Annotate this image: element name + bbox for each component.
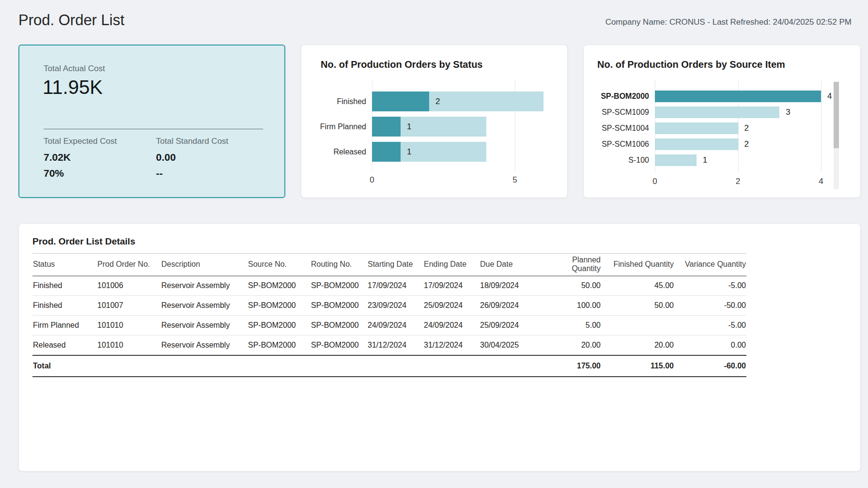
- bar-row-s-100[interactable]: S-1001: [595, 154, 860, 166]
- table-cell: SP-BOM2000: [310, 316, 367, 336]
- bar-row-firm-planned[interactable]: Firm Planned1: [311, 117, 567, 137]
- total-cell: [161, 355, 248, 377]
- table-cell: 50.00: [601, 296, 674, 316]
- company-info: Company Name: CRONUS - Last Refreshed: 2…: [605, 17, 852, 27]
- total-cell: -60.00: [674, 355, 746, 377]
- column-header[interactable]: Prod Order No.: [97, 254, 161, 276]
- details-table-card: Prod. Order List Details StatusProd Orde…: [18, 223, 861, 472]
- table-cell: 31/12/2024: [367, 336, 423, 355]
- total-cell: [310, 355, 367, 377]
- kpi-primary-value: 11.95K: [43, 75, 103, 100]
- table-cell: 30/04/2025: [480, 336, 541, 355]
- value-label: 2: [744, 139, 749, 149]
- column-header[interactable]: Source No.: [248, 254, 310, 276]
- details-table-title: Prod. Order List Details: [32, 236, 860, 247]
- column-header[interactable]: Variance Quantity: [674, 254, 746, 276]
- value-label: 1: [407, 147, 411, 157]
- column-header[interactable]: Description: [161, 254, 248, 276]
- bar-row-sp-scm1006[interactable]: SP-SCM10062: [595, 138, 860, 150]
- column-header[interactable]: Starting Date: [367, 254, 423, 276]
- kpi-standard-sub: --: [156, 168, 228, 179]
- source-chart-title: No. of Production Orders by Source Item: [597, 58, 860, 71]
- bar-row-sp-scm1004[interactable]: SP-SCM10042: [595, 122, 860, 134]
- column-header[interactable]: Status: [32, 254, 97, 276]
- table-cell: 20.00: [601, 336, 674, 355]
- bar-row-sp-bom2000[interactable]: SP-BOM20004: [595, 91, 860, 102]
- table-header: StatusProd Order No.DescriptionSource No…: [32, 254, 746, 276]
- bar-row-released[interactable]: Released1: [311, 142, 567, 162]
- bar-value[interactable]: [655, 122, 738, 134]
- table-cell: SP-BOM2000: [248, 336, 310, 355]
- bar-row-finished[interactable]: Finished2: [311, 92, 567, 111]
- table-cell: Released: [32, 336, 97, 355]
- kpi-card-total-actual-cost[interactable]: Total Actual Cost 11.95K Total Expected …: [18, 45, 285, 198]
- total-cell: [248, 355, 310, 377]
- table-cell: 17/09/2024: [367, 276, 423, 296]
- value-label: 4: [827, 92, 832, 101]
- bar-value[interactable]: [372, 117, 401, 137]
- chart-scrollbar-thumb[interactable]: [834, 82, 839, 148]
- kpi-secondary-expected: Total Expected Cost 7.02K 70%: [44, 137, 117, 179]
- total-cell: [367, 355, 423, 377]
- column-header[interactable]: Due Date: [480, 254, 541, 276]
- table-row[interactable]: Finished101006Reservoir AssemblySP-BOM20…: [32, 276, 746, 296]
- bar-value[interactable]: [655, 107, 779, 118]
- bar-track: 2: [655, 122, 821, 134]
- table-cell: 24/09/2024: [367, 316, 423, 336]
- table-cell: SP-BOM2000: [248, 316, 310, 336]
- table-row[interactable]: Firm Planned101010Reservoir AssemblySP-B…: [32, 316, 746, 336]
- value-label: 1: [703, 155, 707, 165]
- bar-value[interactable]: [372, 142, 401, 162]
- bar-value[interactable]: [655, 138, 738, 150]
- bar-value[interactable]: [655, 91, 821, 102]
- column-header[interactable]: Routing No.: [310, 254, 367, 276]
- axis-tick-label: 4: [819, 177, 823, 186]
- bar-value[interactable]: [655, 154, 697, 166]
- total-cell: [480, 355, 541, 377]
- table-footer: Total175.00115.00-60.00: [32, 355, 746, 377]
- table-cell: 17/09/2024: [423, 276, 480, 296]
- bar-track: 2: [372, 92, 543, 111]
- table-row[interactable]: Finished101007Reservoir AssemblySP-BOM20…: [32, 296, 746, 316]
- kpi-standard-value: 0.00: [156, 152, 228, 163]
- column-header[interactable]: Ending Date: [423, 254, 480, 276]
- value-label: 1: [407, 122, 411, 132]
- table-cell: 20.00: [541, 336, 601, 355]
- table-cell: 25/09/2024: [423, 296, 480, 316]
- bar-row-sp-scm1009[interactable]: SP-SCM10093: [595, 107, 860, 118]
- x-axis: 05: [372, 175, 567, 186]
- table-total-row: Total175.00115.00-60.00: [32, 355, 746, 377]
- value-label: 2: [744, 123, 749, 133]
- table-cell: Reservoir Assembly: [161, 336, 248, 355]
- bar-track: 1: [655, 154, 821, 166]
- column-header[interactable]: Finished Quantity: [601, 254, 674, 276]
- table-cell: 101007: [97, 296, 161, 316]
- total-cell: [423, 355, 480, 377]
- total-cell: Total: [32, 355, 97, 377]
- axis-tick-label: 0: [370, 175, 374, 185]
- table-header-row: StatusProd Order No.DescriptionSource No…: [32, 254, 746, 276]
- status-chart-title: No. of Production Orders by Status: [321, 58, 567, 71]
- table-row[interactable]: Released101010Reservoir AssemblySP-BOM20…: [32, 336, 746, 355]
- kpi-expected-label: Total Expected Cost: [44, 137, 117, 146]
- column-header[interactable]: Planned Quantity: [541, 254, 601, 276]
- value-label: 3: [786, 107, 790, 117]
- kpi-secondary-standard: Total Standard Cost 0.00 --: [156, 137, 228, 179]
- table-cell: SP-BOM2000: [248, 296, 310, 316]
- bar-value[interactable]: [372, 92, 429, 111]
- table-cell: 5.00: [541, 316, 601, 336]
- table-cell: Reservoir Assembly: [161, 316, 248, 336]
- table-cell: 101010: [97, 316, 161, 336]
- chart-scrollbar[interactable]: [834, 82, 839, 189]
- table-cell: SP-BOM2000: [310, 336, 367, 355]
- table-cell: -5.00: [674, 276, 746, 296]
- axis-tick-label: 5: [512, 175, 517, 185]
- table-cell: 45.00: [601, 276, 674, 296]
- kpi-divider: [44, 129, 263, 129]
- kpi-standard-label: Total Standard Cost: [156, 137, 228, 146]
- chart-plot-area: Finished2Firm Planned1Released1: [311, 81, 567, 170]
- category-label: Released: [311, 148, 366, 156]
- table-cell: 50.00: [541, 276, 601, 296]
- table-cell: 101006: [97, 276, 161, 296]
- category-label: SP-SCM1009: [595, 108, 649, 117]
